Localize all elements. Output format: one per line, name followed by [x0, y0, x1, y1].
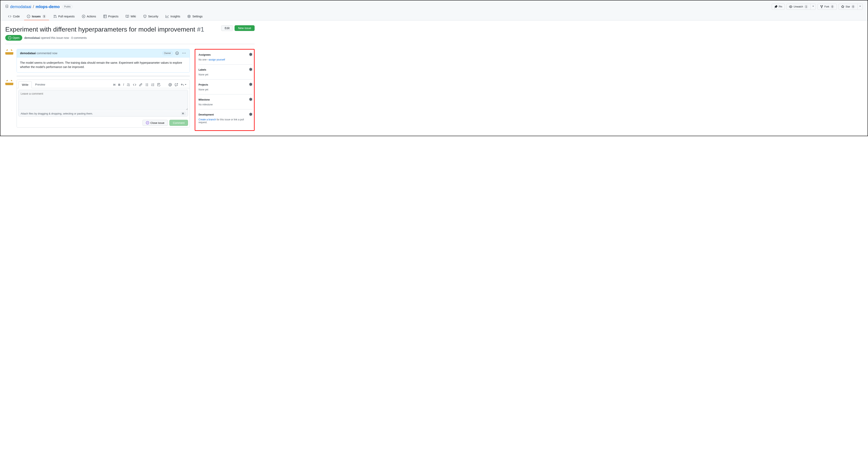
fork-count: 0: [831, 5, 834, 8]
tasklist-button[interactable]: [157, 83, 160, 87]
tab-security[interactable]: Security: [141, 13, 161, 20]
milestone-section: Milestone No milestone: [198, 98, 252, 109]
comment-input[interactable]: [19, 90, 188, 110]
tab-settings[interactable]: Settings: [185, 13, 206, 20]
preview-tab[interactable]: Preview: [32, 81, 49, 88]
gear-icon: [249, 68, 252, 71]
smile-icon: [176, 52, 179, 55]
issue-closed-icon: [146, 121, 149, 124]
issue-number: #1: [197, 26, 204, 33]
shield-icon: [143, 15, 147, 18]
link-icon: [139, 83, 142, 87]
heading-button[interactable]: H: [113, 83, 115, 87]
create-branch-link[interactable]: Create a branch: [198, 118, 216, 121]
tab-actions[interactable]: Actions: [79, 13, 99, 20]
toolbar: H B I: [113, 83, 188, 87]
comment-body: The model seems to underperform. The tra…: [17, 58, 190, 72]
repo-owner-link[interactable]: demodataai: [10, 4, 31, 9]
projects-content: None yet: [198, 88, 252, 91]
issues-count: 1: [42, 14, 46, 18]
issue-title-text: Experiment with different hyperparameter…: [5, 26, 195, 33]
tab-insights-label: Insights: [170, 15, 180, 18]
tab-wiki[interactable]: Wiki: [123, 13, 138, 20]
projects-gear[interactable]: [249, 83, 252, 87]
slash: /: [33, 4, 34, 9]
new-issue-button[interactable]: New issue: [235, 25, 255, 31]
repo-name-link[interactable]: mlops-demo: [36, 4, 60, 9]
close-issue-button[interactable]: Close issue: [143, 120, 168, 126]
repo-header: demodataai / mlops-demo Public Pin Unwat…: [0, 0, 868, 21]
avatar[interactable]: [5, 49, 13, 57]
comment-author[interactable]: demodataai: [20, 52, 36, 55]
gear-icon: [187, 15, 191, 18]
write-tab[interactable]: Write: [19, 81, 32, 88]
kebab-menu[interactable]: [182, 51, 186, 56]
labels-section: Labels None yet: [198, 68, 252, 79]
graph-icon: [165, 15, 169, 18]
table-icon: [103, 15, 107, 18]
ol-button[interactable]: [151, 83, 154, 87]
reply-button[interactable]: [181, 83, 186, 87]
milestone-gear[interactable]: [249, 98, 252, 102]
link-button[interactable]: [139, 83, 142, 87]
labels-gear[interactable]: [249, 68, 252, 72]
fork-icon: [820, 5, 823, 8]
bold-button[interactable]: B: [118, 83, 120, 87]
comment-button[interactable]: Comment: [169, 120, 188, 126]
watch-dropdown[interactable]: [811, 4, 816, 10]
assignees-section: Assignees No one—assign yourself: [198, 53, 252, 65]
reply-icon: [181, 83, 184, 87]
repo-nav: Code Issues 1 Pull requests Actions Proj…: [5, 13, 863, 20]
markdown-badge[interactable]: M↓: [181, 112, 186, 115]
issue-meta-author[interactable]: demodataai: [24, 36, 40, 39]
eye-icon: [789, 5, 792, 8]
tab-pr-label: Pull requests: [58, 15, 75, 18]
kebab-icon: [182, 52, 186, 55]
state-label: Open: [12, 36, 20, 39]
ul-button[interactable]: [145, 83, 148, 87]
comment-form: Write Preview H B I: [17, 79, 190, 128]
star-label: Star: [845, 5, 850, 9]
pin-button[interactable]: Pin: [772, 4, 785, 10]
tab-projects[interactable]: Projects: [101, 13, 121, 20]
mention-icon: [168, 83, 172, 87]
pin-label: Pin: [779, 5, 782, 9]
projects-section: Projects None yet: [198, 83, 252, 95]
star-dropdown[interactable]: [858, 4, 863, 10]
star-button[interactable]: Star 0: [838, 4, 858, 10]
tab-issues[interactable]: Issues 1: [24, 13, 49, 20]
gear-icon: [249, 113, 252, 116]
crossref-button[interactable]: [175, 83, 178, 87]
italic-button[interactable]: I: [123, 83, 124, 87]
tab-pull-requests[interactable]: Pull requests: [51, 13, 78, 20]
projects-title: Projects: [198, 83, 208, 86]
issue-open-icon: [8, 36, 11, 39]
issue-header: Experiment with different hyperparameter…: [5, 25, 255, 44]
milestone-title: Milestone: [198, 98, 210, 101]
gear-icon: [249, 83, 252, 86]
assign-yourself-link[interactable]: assign yourself: [209, 58, 225, 61]
code-button[interactable]: [133, 83, 136, 87]
reaction-button[interactable]: [175, 51, 180, 56]
attach-hint[interactable]: Attach files by dragging & dropping, sel…: [21, 112, 93, 115]
play-icon: [82, 15, 85, 18]
assignees-gear[interactable]: [249, 53, 252, 57]
development-title: Development: [198, 113, 214, 116]
avatar[interactable]: [5, 79, 13, 88]
comment-header: demodataai commented now Owner: [17, 49, 190, 58]
crossref-icon: [175, 83, 178, 87]
labels-title: Labels: [198, 68, 206, 71]
mention-button[interactable]: [168, 83, 172, 87]
issue-meta-text: opened this issue now · 0 comments: [40, 36, 87, 39]
tab-actions-label: Actions: [87, 15, 96, 18]
fork-button[interactable]: Fork 0: [817, 4, 837, 10]
issue-open-icon: [27, 15, 30, 18]
tab-insights[interactable]: Insights: [163, 13, 183, 20]
quote-button[interactable]: [127, 83, 130, 87]
star-count: 0: [851, 5, 855, 8]
tab-code[interactable]: Code: [5, 13, 23, 20]
unwatch-button[interactable]: Unwatch 1: [786, 4, 810, 10]
development-section: Development Create a branch for this iss…: [198, 113, 252, 127]
edit-button[interactable]: Edit: [221, 25, 233, 31]
development-gear[interactable]: [249, 113, 252, 117]
